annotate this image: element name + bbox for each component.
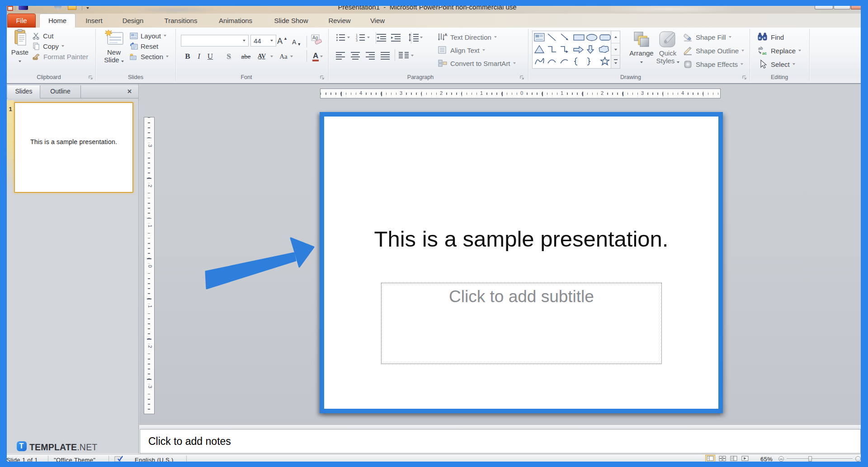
svg-text:3: 3 xyxy=(356,39,358,42)
svg-text:ab: ab xyxy=(758,46,763,51)
svg-text:A: A xyxy=(444,33,448,37)
svg-text:ac: ac xyxy=(762,51,767,56)
svg-text:Aɡ: Aɡ xyxy=(312,35,318,40)
